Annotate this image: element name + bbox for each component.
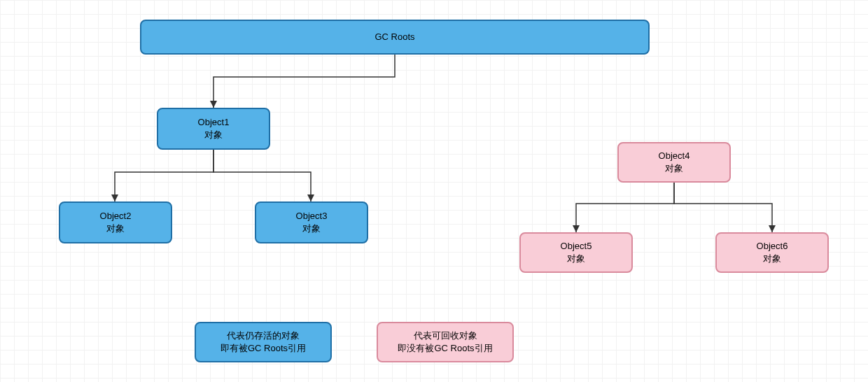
svg-marker-2 [307, 194, 314, 201]
node-gc-roots: GC Roots [140, 20, 650, 55]
legend-alive: 代表仍存活的对象 即有被GC Roots引用 [195, 322, 332, 362]
node-object2-subtitle: 对象 [106, 222, 125, 235]
svg-marker-3 [573, 225, 580, 232]
node-object1-title: Object1 [198, 116, 230, 129]
node-object2-title: Object2 [100, 210, 132, 222]
node-object4: Object4 对象 [617, 142, 731, 183]
node-object6-title: Object6 [757, 240, 788, 253]
node-object2: Object2 对象 [59, 201, 172, 243]
node-object6-subtitle: 对象 [763, 253, 781, 265]
svg-marker-1 [111, 194, 118, 201]
node-object4-title: Object4 [659, 150, 690, 162]
svg-marker-0 [210, 101, 217, 108]
node-object5: Object5 对象 [519, 232, 633, 273]
node-object1: Object1 对象 [157, 108, 270, 150]
node-object3: Object3 对象 [255, 201, 368, 243]
legend-collectable-line2: 即没有被GC Roots引用 [398, 342, 492, 355]
node-object5-title: Object5 [561, 240, 592, 253]
node-object1-subtitle: 对象 [204, 129, 223, 141]
legend-collectable: 代表可回收对象 即没有被GC Roots引用 [377, 322, 514, 362]
node-object6: Object6 对象 [715, 232, 829, 273]
legend-collectable-line1: 代表可回收对象 [414, 330, 477, 342]
node-object3-subtitle: 对象 [302, 222, 321, 235]
node-object4-subtitle: 对象 [665, 162, 683, 175]
node-object3-title: Object3 [296, 210, 328, 222]
legend-alive-line2: 即有被GC Roots引用 [220, 342, 306, 355]
node-object5-subtitle: 对象 [567, 253, 585, 265]
svg-marker-4 [769, 225, 776, 232]
node-gc-roots-label: GC Roots [374, 31, 414, 43]
legend-alive-line1: 代表仍存活的对象 [227, 330, 300, 342]
